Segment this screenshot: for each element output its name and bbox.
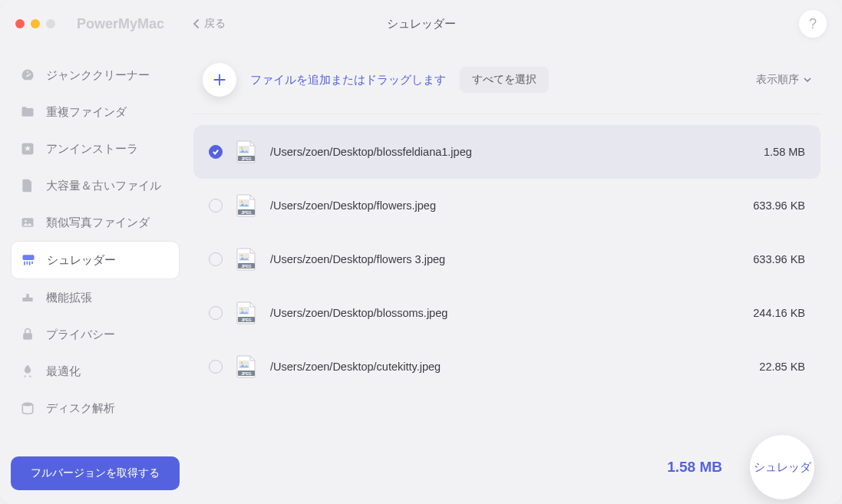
file-size: 633.96 KB bbox=[753, 199, 805, 212]
footer-bar: 1.58 MB シュレッダ bbox=[190, 430, 842, 504]
app-window: PowerMyMac 戻る シュレッダー ? ジャンククリーナー 重複ファインダ… bbox=[0, 0, 842, 504]
total-size: 1.58 MB bbox=[667, 459, 722, 476]
svg-point-27 bbox=[241, 362, 243, 364]
plus-icon bbox=[212, 72, 227, 87]
svg-rect-5 bbox=[27, 262, 28, 265]
svg-rect-4 bbox=[24, 262, 25, 265]
sidebar-item-extensions[interactable]: 機能拡張 bbox=[11, 279, 180, 316]
help-button[interactable]: ? bbox=[799, 10, 827, 38]
jpeg-file-icon: JPEG bbox=[236, 194, 256, 217]
sidebar-item-label: 重複ファインダ bbox=[46, 105, 127, 120]
window-title: シュレッダー bbox=[387, 17, 456, 31]
sidebar-item-label: ディスク解析 bbox=[46, 401, 115, 416]
titlebar: PowerMyMac 戻る シュレッダー ? bbox=[0, 0, 842, 48]
drag-files-label: ファイルを追加またはドラッグします bbox=[250, 73, 446, 87]
sidebar-item-uninstaller[interactable]: アンインストーラ bbox=[11, 130, 180, 167]
close-window[interactable] bbox=[15, 19, 25, 28]
file-checkbox[interactable] bbox=[209, 199, 223, 212]
sidebar-item-label: プライバシー bbox=[46, 328, 115, 342]
sidebar-item-privacy[interactable]: プライバシー bbox=[11, 316, 180, 353]
sidebar-item-label: 機能拡張 bbox=[46, 291, 92, 305]
svg-rect-7 bbox=[31, 262, 33, 264]
sort-label: 表示順序 bbox=[756, 73, 799, 87]
image-icon bbox=[20, 215, 35, 230]
svg-text:JPEG: JPEG bbox=[241, 210, 251, 215]
sidebar-item-similar-photos[interactable]: 類似写真ファインダ bbox=[11, 204, 180, 241]
lock-icon bbox=[20, 327, 35, 342]
select-all-button[interactable]: すべてを選択 bbox=[460, 67, 549, 93]
file-size: 1.58 MB bbox=[764, 146, 805, 158]
sidebar-item-label: 大容量＆古いファイル bbox=[46, 179, 161, 193]
svg-rect-3 bbox=[23, 255, 35, 260]
file-size: 633.96 KB bbox=[753, 253, 805, 265]
sidebar: ジャンククリーナー 重複ファインダ アンインストーラ 大容量＆古いファイル 類似… bbox=[0, 48, 190, 504]
sidebar-item-label: 類似写真ファインダ bbox=[46, 216, 150, 230]
app-icon bbox=[20, 141, 35, 156]
minimize-window[interactable] bbox=[31, 19, 40, 28]
chevron-left-icon bbox=[193, 19, 200, 28]
file-icon bbox=[20, 178, 35, 193]
folder-icon bbox=[20, 104, 35, 120]
file-row[interactable]: JPEG/Users/zoen/Desktop/flowers.jpeg633.… bbox=[193, 179, 821, 232]
file-checkbox[interactable] bbox=[209, 306, 223, 320]
svg-text:JPEG: JPEG bbox=[241, 156, 251, 161]
maximize-window[interactable] bbox=[46, 19, 55, 28]
svg-rect-8 bbox=[23, 333, 32, 339]
svg-point-9 bbox=[22, 403, 32, 407]
file-checkbox[interactable] bbox=[209, 252, 223, 266]
sidebar-item-optimize[interactable]: 最適化 bbox=[11, 353, 180, 390]
shred-button[interactable]: シュレッダ bbox=[750, 435, 814, 499]
sidebar-item-label: シュレッダー bbox=[47, 253, 116, 268]
svg-text:JPEG: JPEG bbox=[241, 318, 251, 322]
add-files-button[interactable] bbox=[203, 63, 236, 97]
file-path: /Users/zoen/Desktop/blossoms.jpeg bbox=[270, 307, 739, 319]
gauge-icon bbox=[20, 68, 35, 83]
sidebar-item-disk-analysis[interactable]: ディスク解析 bbox=[11, 390, 180, 427]
svg-text:JPEG: JPEG bbox=[241, 264, 251, 268]
sidebar-item-label: 最適化 bbox=[46, 364, 81, 379]
file-row[interactable]: JPEG/Users/zoen/Desktop/flowers 3.jpeg63… bbox=[193, 232, 821, 286]
sidebar-item-large-old-files[interactable]: 大容量＆古いファイル bbox=[11, 167, 180, 204]
app-name: PowerMyMac bbox=[77, 16, 164, 32]
file-row[interactable]: JPEG/Users/zoen/Desktop/cutekitty.jpeg22… bbox=[193, 340, 821, 394]
svg-point-2 bbox=[25, 220, 27, 222]
sidebar-item-label: ジャンククリーナー bbox=[46, 68, 150, 83]
file-size: 22.85 KB bbox=[759, 361, 805, 373]
sidebar-item-junk-cleaner[interactable]: ジャンククリーナー bbox=[11, 57, 180, 94]
back-label: 戻る bbox=[204, 17, 226, 31]
full-version-button[interactable]: フルバージョンを取得する bbox=[11, 456, 180, 490]
file-size: 244.16 KB bbox=[753, 307, 805, 319]
sort-button[interactable]: 表示順序 bbox=[756, 73, 811, 87]
jpeg-file-icon: JPEG bbox=[236, 355, 256, 378]
svg-text:JPEG: JPEG bbox=[241, 371, 251, 376]
sidebar-item-label: アンインストーラ bbox=[46, 142, 138, 156]
disk-icon bbox=[20, 400, 35, 416]
file-path: /Users/zoen/Desktop/cutekitty.jpeg bbox=[270, 361, 745, 373]
file-row[interactable]: JPEG/Users/zoen/Desktop/blossfeldiana1.j… bbox=[193, 125, 821, 179]
file-row[interactable]: JPEG/Users/zoen/Desktop/blossoms.jpeg244… bbox=[193, 286, 821, 340]
main-content: ファイルを追加またはドラッグします すべてを選択 表示順序 JPEG/Users… bbox=[190, 48, 842, 504]
svg-point-11 bbox=[241, 147, 243, 150]
file-path: /Users/zoen/Desktop/flowers 3.jpeg bbox=[270, 253, 739, 265]
svg-point-19 bbox=[241, 255, 243, 257]
sidebar-item-duplicate-finder[interactable]: 重複ファインダ bbox=[11, 94, 180, 130]
shredder-icon bbox=[21, 252, 36, 268]
file-checkbox[interactable] bbox=[209, 145, 223, 159]
body-area: ジャンククリーナー 重複ファインダ アンインストーラ 大容量＆古いファイル 類似… bbox=[0, 48, 842, 504]
chevron-down-icon bbox=[804, 77, 811, 82]
jpeg-file-icon: JPEG bbox=[236, 140, 256, 163]
file-path: /Users/zoen/Desktop/flowers.jpeg bbox=[270, 199, 739, 212]
plugin-icon bbox=[20, 290, 35, 305]
file-checkbox[interactable] bbox=[209, 360, 223, 374]
rocket-icon bbox=[20, 364, 35, 379]
sidebar-item-shredder[interactable]: シュレッダー bbox=[11, 241, 180, 279]
jpeg-file-icon: JPEG bbox=[236, 248, 256, 271]
svg-point-15 bbox=[241, 201, 243, 203]
traffic-lights bbox=[15, 19, 55, 28]
svg-rect-6 bbox=[29, 262, 31, 265]
jpeg-file-icon: JPEG bbox=[236, 301, 256, 324]
svg-point-23 bbox=[241, 308, 243, 311]
file-path: /Users/zoen/Desktop/blossfeldiana1.jpeg bbox=[270, 146, 750, 158]
back-button[interactable]: 戻る bbox=[193, 17, 226, 31]
toolbar: ファイルを追加またはドラッグします すべてを選択 表示順序 bbox=[193, 57, 821, 114]
